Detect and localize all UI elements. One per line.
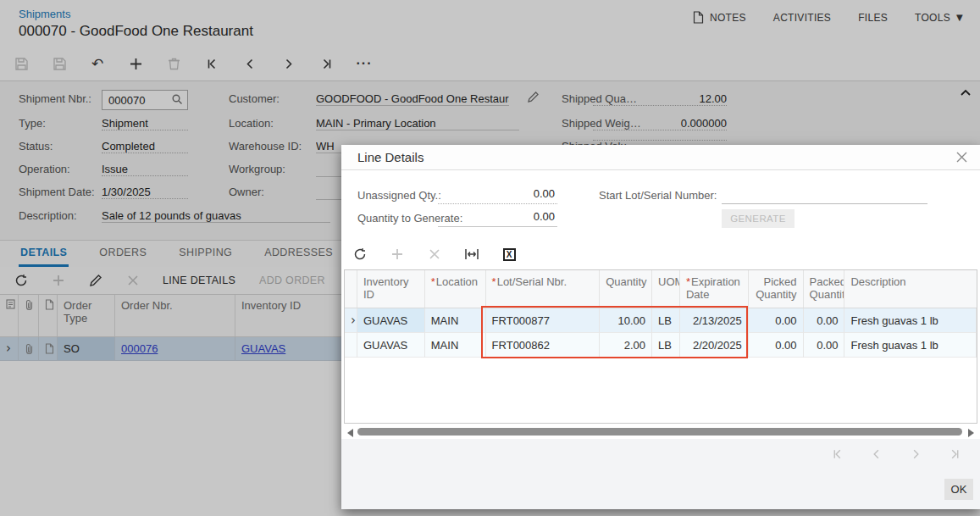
- column-lot-serial-nbr[interactable]: *Lot/Serial Nbr.: [486, 270, 601, 308]
- column-packed-quantity[interactable]: Packed Quantity: [804, 270, 845, 308]
- cell-expiration-date[interactable]: 2/13/2025: [680, 308, 749, 333]
- generate-button[interactable]: GENERATE: [722, 209, 795, 228]
- start-lot-serial-label: Start Lot/Serial Number:: [599, 189, 717, 202]
- cell-inventory-id[interactable]: GUAVAS: [357, 333, 425, 358]
- cell-quantity[interactable]: 2.00: [600, 333, 652, 358]
- cell-location[interactable]: MAIN: [425, 308, 486, 333]
- row-chevron-icon: ›: [351, 313, 356, 328]
- refresh-button[interactable]: [352, 246, 368, 263]
- cell-picked-qty[interactable]: 0.00: [749, 333, 804, 358]
- line-details-grid-header: Inventory ID *Location *Lot/Serial Nbr. …: [345, 270, 977, 308]
- delete-row-button[interactable]: [426, 246, 443, 263]
- cell-packed-qty[interactable]: 0.00: [804, 333, 845, 358]
- scrollbar-thumb[interactable]: [357, 428, 962, 436]
- cell-uom[interactable]: LB: [652, 333, 680, 358]
- horizontal-scrollbar[interactable]: [344, 426, 977, 438]
- column-location[interactable]: *Location: [425, 270, 486, 308]
- refresh-icon: [353, 247, 367, 261]
- line-details-modal: Line Details Unassigned Qty.: 0.00 Quant…: [341, 145, 980, 509]
- cell-picked-qty[interactable]: 0.00: [749, 308, 804, 333]
- column-uom[interactable]: UOM: [652, 270, 680, 308]
- pager-previous-button[interactable]: [870, 447, 883, 461]
- line-details-row[interactable]: GUAVAS MAIN FRT000862 2.00 LB 2/20/2025 …: [345, 333, 977, 358]
- shipments-screen: Shipments 000070 - GoodFood One Restaura…: [0, 0, 980, 516]
- modal-header: Line Details: [341, 145, 980, 170]
- fit-width-button[interactable]: [463, 246, 480, 263]
- modal-footer: OK: [341, 439, 980, 509]
- cell-uom[interactable]: LB: [652, 308, 680, 333]
- required-asterisk: *: [686, 275, 690, 288]
- line-details-row[interactable]: › GUAVAS MAIN FRT000877 10.00 LB 2/13/20…: [345, 308, 977, 333]
- line-details-grid: Inventory ID *Location *Lot/Serial Nbr. …: [344, 269, 977, 424]
- go-first-icon: [832, 448, 844, 460]
- cell-description[interactable]: Fresh guavas 1 lb: [844, 308, 977, 333]
- ok-button[interactable]: OK: [944, 479, 973, 500]
- pager-last-button[interactable]: [948, 447, 961, 461]
- cell-location[interactable]: MAIN: [425, 333, 486, 358]
- export-to-excel-button[interactable]: X: [501, 246, 518, 263]
- column-quantity[interactable]: Quantity: [600, 270, 652, 308]
- chevron-right-icon: [910, 448, 922, 460]
- go-last-icon: [949, 448, 961, 460]
- column-expiration-date[interactable]: *Expiration Date: [680, 270, 749, 308]
- column-description[interactable]: Description: [844, 270, 977, 308]
- close-icon: [955, 151, 968, 164]
- cell-description[interactable]: Fresh guavas 1 lb: [844, 333, 977, 358]
- cell-lot-serial-nbr[interactable]: FRT000877: [486, 308, 601, 333]
- cell-lot-serial-nbr[interactable]: FRT000862: [486, 333, 601, 358]
- unassigned-qty-value: 0.00: [438, 187, 557, 204]
- chevron-left-icon: [871, 448, 883, 460]
- required-asterisk: *: [492, 275, 496, 288]
- excel-export-icon: X: [503, 248, 516, 261]
- add-row-button[interactable]: [389, 246, 406, 263]
- scroll-right-arrow-icon[interactable]: [968, 429, 974, 437]
- start-lot-serial-input[interactable]: [722, 187, 927, 204]
- modal-title: Line Details: [357, 150, 424, 164]
- pager-first-button[interactable]: [831, 447, 844, 461]
- cell-quantity[interactable]: 10.00: [600, 308, 652, 333]
- cell-packed-qty[interactable]: 0.00: [804, 308, 845, 333]
- x-icon: [429, 248, 440, 260]
- column-inventory-id[interactable]: Inventory ID: [357, 270, 425, 308]
- required-asterisk: *: [431, 275, 435, 288]
- unassigned-qty-label: Unassigned Qty.:: [357, 189, 441, 202]
- cell-expiration-date[interactable]: 2/20/2025: [680, 333, 749, 358]
- cell-inventory-id[interactable]: GUAVAS: [357, 308, 425, 333]
- fit-width-icon: [464, 248, 479, 260]
- close-modal-button[interactable]: [955, 151, 968, 164]
- qty-to-generate-value[interactable]: 0.00: [438, 210, 557, 227]
- pager-next-button[interactable]: [909, 447, 922, 461]
- column-picked-quantity[interactable]: Picked Quantity: [749, 270, 804, 308]
- plus-icon: [390, 247, 404, 261]
- grid-pager: [831, 447, 961, 461]
- scroll-left-arrow-icon[interactable]: [347, 429, 353, 437]
- modal-grid-toolbar: X: [341, 240, 980, 269]
